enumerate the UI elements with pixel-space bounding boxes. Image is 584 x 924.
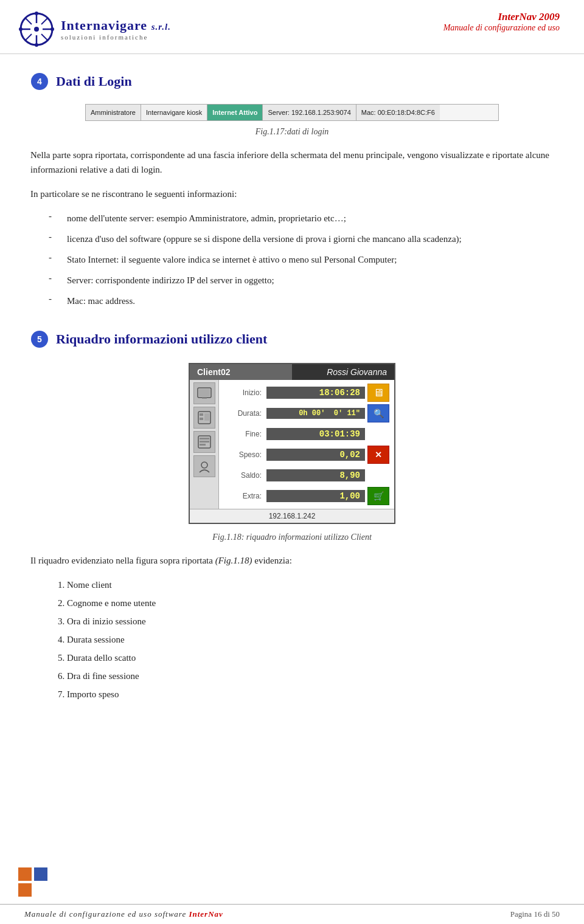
- cb-body: Inizio: 18:06:28 🖥 Durata: 0h 00' 0' 11"…: [190, 380, 394, 509]
- logo-icon: [18, 11, 55, 47]
- cb-label-inizio: Inizio:: [224, 388, 266, 397]
- cb-row-inizio: Inizio: 18:06:28 🖥: [224, 382, 389, 403]
- list-item: Importo speso: [67, 687, 554, 702]
- cb-btn-speso[interactable]: ✕: [367, 446, 389, 464]
- logo-area: Internavigare s.r.l. soluzioni informati…: [18, 11, 171, 47]
- cb-row-speso: Speso: 0,02 ✕: [224, 444, 389, 465]
- logo-main: Internavigare s.r.l.: [61, 18, 171, 33]
- footer-brand: InterNav: [189, 909, 223, 919]
- svg-line-8: [41, 18, 48, 24]
- main-content: 4 Dati di Login Amministratore Internavi…: [0, 54, 584, 723]
- list-dash: -: [49, 232, 67, 246]
- cb-btn-fine: [367, 425, 389, 443]
- square-blue-1: [34, 867, 47, 881]
- svg-point-11: [35, 43, 38, 47]
- cb-row-saldo: Saldo: 8,90: [224, 465, 389, 486]
- list-text: Server: corrispondente indirizzo IP del …: [67, 273, 554, 288]
- list-text: Mac: mac address.: [67, 294, 554, 308]
- footer-right: Pagina 16 di 50: [510, 909, 560, 919]
- cb-btn-inizio[interactable]: 🖥: [367, 384, 389, 402]
- cb-header: Client02 Rossi Giovanna: [190, 364, 394, 380]
- section-5-heading: 5 Riquadro informazioni utilizzo client: [30, 330, 554, 348]
- section4-list: - nome dell'utente server: esempio Ammin…: [49, 211, 554, 308]
- cb-label-extra: Extra:: [224, 492, 266, 500]
- lb-admin: Amministratore: [86, 105, 141, 120]
- cb-icons-col: [190, 380, 219, 509]
- list-item: Ora di inizio sessione: [67, 614, 554, 629]
- svg-rect-26: [200, 438, 209, 440]
- list-item: - nome dell'utente server: esempio Ammin…: [49, 211, 554, 226]
- square-orange-2: [18, 883, 32, 897]
- cb-value-speso: 0,02: [266, 449, 365, 461]
- cb-row-durata: Durata: 0h 00' 0' 11" 🔍: [224, 403, 389, 424]
- svg-rect-27: [200, 441, 209, 443]
- svg-rect-28: [200, 444, 206, 446]
- section5-intro: Il riquadro evidenziato nella figura sop…: [30, 553, 554, 568]
- cb-value-saldo: 8,90: [266, 469, 365, 481]
- cb-label-speso: Speso:: [224, 450, 266, 459]
- list-item: - Mac: mac address.: [49, 294, 554, 308]
- cb-user-name: Rossi Giovanna: [292, 364, 394, 380]
- list-item: Cognome e nome utente: [67, 596, 554, 610]
- lb-kiosk: Internavigare kiosk: [141, 105, 207, 120]
- svg-rect-20: [202, 398, 207, 399]
- login-bar-container: Amministratore Internavigare kiosk Inter…: [30, 104, 554, 121]
- cb-label-fine: Fine:: [224, 430, 266, 438]
- list-dash: -: [49, 294, 67, 308]
- cb-btn-saldo: [367, 466, 389, 484]
- list-item: Dra di fine sessione: [67, 669, 554, 683]
- svg-line-9: [25, 34, 32, 41]
- cb-label-saldo: Saldo:: [224, 471, 266, 480]
- cb-icon-3: [193, 431, 215, 453]
- bottom-decorative-squares: [18, 867, 47, 897]
- section-4-icon: 4: [30, 72, 49, 91]
- cb-row-extra: Extra: 1,00 🛒: [224, 486, 389, 506]
- list-dash: -: [49, 211, 67, 226]
- svg-rect-19: [199, 389, 210, 396]
- fig-caption-1: Fig.1.17:dati di login: [30, 127, 554, 137]
- footer-left: Manuale di configurazione ed uso softwar…: [24, 909, 223, 919]
- cb-client-name: Client02: [190, 364, 292, 380]
- header-title: InterNav 2009: [443, 11, 560, 23]
- logo-text: Internavigare s.r.l. soluzioni informati…: [61, 18, 171, 41]
- section4-sub-intro: In particolare se ne riscontrano le segu…: [30, 187, 554, 201]
- list-item: Nome client: [67, 578, 554, 592]
- cb-value-inizio: 18:06:28: [266, 387, 365, 399]
- svg-text:5: 5: [37, 334, 42, 344]
- header-right: InterNav 2009 Manuale di configurazione …: [443, 11, 560, 33]
- list-text: nome dell'utente server: esempio Amminis…: [67, 211, 554, 226]
- fig-caption-2: Fig.1.18: riquadro informazioni utilizzo…: [30, 533, 554, 542]
- section-5-icon: 5: [30, 330, 49, 348]
- list-item: Durata dello scatto: [67, 650, 554, 665]
- svg-point-1: [34, 27, 39, 32]
- cb-btn-durata[interactable]: 🔍: [367, 404, 389, 422]
- section-4-title: Dati di Login: [56, 74, 132, 89]
- cb-ip: 192.168.1.242: [190, 509, 394, 523]
- square-orange-1: [18, 867, 32, 881]
- section5-numbered-list: Nome client Cognome e nome utente Ora di…: [67, 578, 554, 702]
- cb-label-durata: Durata:: [224, 409, 266, 418]
- page-footer: Manuale di configurazione ed uso softwar…: [0, 904, 584, 924]
- section-5: 5 Riquadro informazioni utilizzo client …: [30, 330, 554, 702]
- cb-icon-1: [193, 382, 215, 404]
- cb-value-fine: 03:01:39: [266, 428, 365, 440]
- cb-btn-extra[interactable]: 🛒: [367, 487, 389, 505]
- login-bar: Amministratore Internavigare kiosk Inter…: [85, 104, 499, 121]
- cb-value-durata: 0h 00' 0' 11": [266, 408, 365, 419]
- svg-rect-24: [204, 413, 209, 421]
- svg-rect-23: [200, 418, 203, 420]
- square-empty: [34, 883, 47, 897]
- section4-intro: Nella parte sopra riportata, corrisponde…: [30, 148, 554, 177]
- svg-point-12: [19, 27, 23, 31]
- list-item: - Server: corrispondente indirizzo IP de…: [49, 273, 554, 288]
- list-item: - licenza d'uso del software (oppure se …: [49, 232, 554, 246]
- svg-rect-22: [200, 413, 203, 416]
- list-dash: -: [49, 273, 67, 288]
- section-5-title: Riquadro informazioni utilizzo client: [56, 331, 267, 347]
- svg-point-13: [50, 27, 54, 31]
- list-item: - Stato Internet: il seguente valore ind…: [49, 252, 554, 267]
- cb-row-fine: Fine: 03:01:39: [224, 424, 389, 444]
- list-dash: -: [49, 252, 67, 267]
- lb-mac: Mac: 00:E0:18:D4:8C:F6: [356, 105, 440, 120]
- header-subtitle: Manuale di configurazione ed uso: [443, 23, 560, 33]
